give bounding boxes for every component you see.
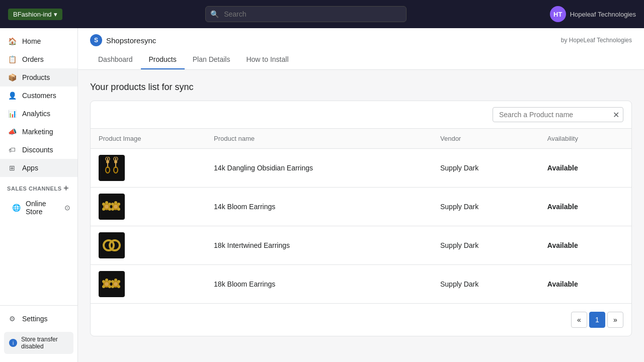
search-wrap: 🔍 bbox=[205, 6, 407, 22]
product-image bbox=[99, 271, 125, 297]
svg-point-28 bbox=[108, 285, 111, 288]
col-availability: Availability bbox=[539, 129, 631, 149]
sales-channels-label: SALES CHANNELS bbox=[7, 186, 62, 192]
pagination-current[interactable]: 1 bbox=[589, 312, 605, 328]
orders-icon: 📋 bbox=[7, 54, 17, 64]
vendor-cell: Supply Dark bbox=[432, 188, 539, 226]
sidebar-item-analytics[interactable]: 📊 Analytics bbox=[0, 105, 77, 123]
sidebar-item-marketing-label: Marketing bbox=[22, 128, 53, 136]
sidebar-item-online-store[interactable]: 🌐 Online Store ⊙ bbox=[0, 196, 77, 220]
tab-dashboard[interactable]: Dashboard bbox=[90, 50, 141, 69]
sidebar-item-discounts-label: Discounts bbox=[22, 146, 53, 154]
availability-badge: Available bbox=[547, 241, 578, 249]
product-image-cell bbox=[91, 265, 206, 304]
col-vendor: Vendor bbox=[432, 129, 539, 149]
svg-point-18 bbox=[117, 203, 120, 206]
sidebar-item-online-store-label: Online Store bbox=[26, 200, 59, 216]
col-image: Product Image bbox=[91, 129, 206, 149]
add-channel-icon[interactable]: ＋ bbox=[62, 183, 70, 194]
availability-cell: Available bbox=[539, 188, 631, 226]
app-by: by HopeLeaf Technologies bbox=[561, 37, 632, 44]
product-image bbox=[99, 155, 125, 181]
pagination-next[interactable]: » bbox=[607, 312, 623, 328]
svg-point-34 bbox=[117, 280, 120, 283]
global-search-input[interactable] bbox=[205, 6, 407, 22]
app-logo: S bbox=[90, 34, 102, 46]
sidebar-item-products[interactable]: 📦 Products bbox=[0, 68, 77, 86]
company-name: Hopeleaf Technologies bbox=[570, 11, 636, 18]
table-row[interactable]: 18k Bloom EarringsSupply DarkAvailable bbox=[91, 265, 631, 304]
tab-how-to-install[interactable]: How to Install bbox=[238, 50, 296, 69]
svg-point-16 bbox=[114, 205, 118, 209]
vendor-cell: Supply Dark bbox=[432, 226, 539, 265]
svg-point-27 bbox=[108, 280, 111, 283]
pagination: « 1 » bbox=[91, 303, 631, 336]
svg-point-9 bbox=[105, 205, 109, 209]
product-name-cell: 14k Bloom Earrings bbox=[206, 188, 432, 226]
products-icon: 📦 bbox=[7, 72, 17, 82]
product-image bbox=[99, 232, 125, 258]
topbar-right: HT Hopeleaf Technologies bbox=[550, 6, 636, 22]
sidebar-item-orders-label: Orders bbox=[22, 55, 44, 63]
availability-cell: Available bbox=[539, 265, 631, 304]
sidebar-item-apps[interactable]: ⊞ Apps bbox=[0, 159, 77, 177]
info-icon: i bbox=[9, 339, 17, 347]
table-body: 14k Dangling Obsidian EarringsSupply Dar… bbox=[91, 149, 631, 304]
layout: 🏠 Home 📋 Orders 📦 Products 👤 Customers 📊… bbox=[0, 28, 644, 362]
sidebar-item-discounts[interactable]: 🏷 Discounts bbox=[0, 141, 77, 159]
sidebar-item-marketing[interactable]: 📣 Marketing bbox=[0, 123, 77, 141]
sidebar-item-home[interactable]: 🏠 Home bbox=[0, 32, 77, 50]
sidebar-item-customers[interactable]: 👤 Customers bbox=[0, 86, 77, 105]
sidebar: 🏠 Home 📋 Orders 📦 Products 👤 Customers 📊… bbox=[0, 28, 78, 362]
product-search-wrap: ✕ bbox=[493, 107, 623, 122]
pagination-prev[interactable]: « bbox=[571, 312, 587, 328]
svg-point-11 bbox=[108, 203, 111, 206]
table-row[interactable]: 18k Intertwined EarringsSupply DarkAvail… bbox=[91, 226, 631, 265]
customers-icon: 👤 bbox=[7, 90, 17, 101]
topbar: BFashion-ind ▾ 🔍 HT Hopeleaf Technologie… bbox=[0, 0, 644, 28]
product-search-input[interactable] bbox=[493, 107, 623, 122]
svg-point-29 bbox=[102, 280, 105, 283]
store-name: BFashion-ind bbox=[13, 11, 52, 18]
svg-point-25 bbox=[105, 282, 109, 286]
svg-point-13 bbox=[102, 203, 105, 206]
product-list-card: ✕ Product Image Product name Vendor Avai… bbox=[90, 101, 632, 336]
analytics-icon: 📊 bbox=[7, 109, 17, 119]
table-row[interactable]: 14k Bloom EarringsSupply DarkAvailable bbox=[91, 188, 631, 226]
sales-channels-section: SALES CHANNELS ＋ bbox=[0, 177, 77, 196]
store-transfer-label: Store transfer disabled bbox=[21, 336, 68, 350]
sidebar-nav: 🏠 Home 📋 Orders 📦 Products 👤 Customers 📊… bbox=[0, 28, 77, 305]
product-name-cell: 18k Bloom Earrings bbox=[206, 265, 432, 304]
sidebar-item-products-label: Products bbox=[22, 73, 50, 81]
svg-point-32 bbox=[114, 282, 118, 286]
store-transfer-notice: i Store transfer disabled bbox=[4, 332, 73, 354]
tab-products[interactable]: Products bbox=[141, 50, 185, 69]
main-content: S Shopstoresync by HopeLeaf Technologies… bbox=[78, 28, 644, 362]
product-image bbox=[99, 194, 125, 220]
table-row[interactable]: 14k Dangling Obsidian EarringsSupply Dar… bbox=[91, 149, 631, 188]
search-icon: 🔍 bbox=[210, 10, 219, 18]
product-image-cell bbox=[91, 188, 206, 226]
svg-point-35 bbox=[117, 285, 120, 288]
store-selector[interactable]: BFashion-ind ▾ bbox=[8, 9, 62, 20]
clear-search-button[interactable]: ✕ bbox=[613, 110, 619, 120]
topbar-search-area: 🔍 bbox=[205, 6, 407, 22]
app-tabs: Dashboard Products Plan Details How to I… bbox=[90, 50, 632, 69]
app-title: Shopstoresync bbox=[106, 36, 156, 45]
discounts-icon: 🏷 bbox=[7, 145, 17, 155]
svg-point-37 bbox=[111, 285, 114, 288]
product-image-cell bbox=[91, 226, 206, 265]
product-image-cell bbox=[91, 149, 206, 188]
sidebar-item-orders[interactable]: 📋 Orders bbox=[0, 50, 77, 68]
product-name-cell: 18k Intertwined Earrings bbox=[206, 226, 432, 265]
svg-point-33 bbox=[114, 279, 117, 282]
availability-badge: Available bbox=[547, 280, 578, 288]
sidebar-item-settings[interactable]: ⚙ Settings bbox=[0, 310, 77, 328]
marketing-icon: 📣 bbox=[7, 127, 17, 137]
sidebar-item-analytics-label: Analytics bbox=[22, 110, 50, 118]
sidebar-item-home-label: Home bbox=[22, 37, 41, 45]
product-search-bar: ✕ bbox=[91, 101, 631, 129]
product-table: Product Image Product name Vendor Availa… bbox=[91, 129, 631, 303]
tab-plan-details[interactable]: Plan Details bbox=[185, 50, 238, 69]
svg-point-26 bbox=[105, 279, 108, 282]
